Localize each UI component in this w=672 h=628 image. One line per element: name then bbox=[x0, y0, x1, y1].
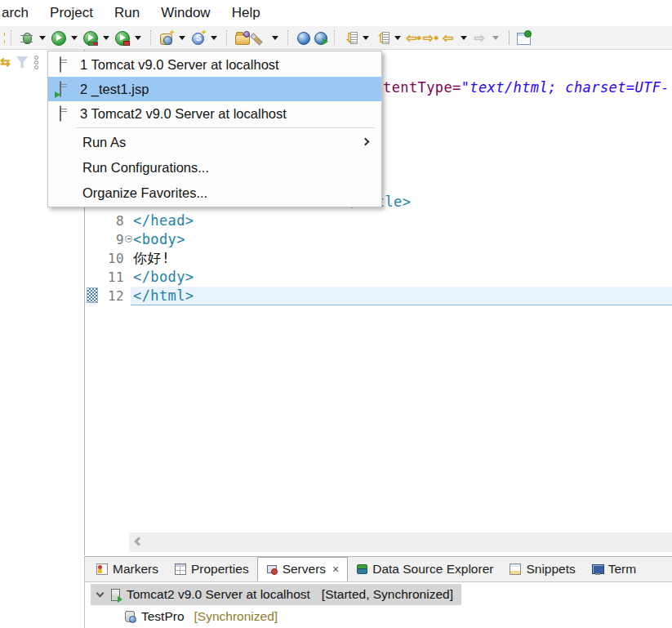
toolbar-separator bbox=[334, 30, 338, 45]
server-icon bbox=[60, 56, 61, 73]
menu-run[interactable]: Run bbox=[104, 2, 150, 24]
terminal-icon bbox=[592, 563, 603, 575]
menu-help[interactable]: Help bbox=[221, 2, 271, 24]
toolbar-separator bbox=[509, 30, 510, 45]
menu-item-run-configurations[interactable]: Run Configurations... bbox=[48, 155, 381, 180]
tab-terminal[interactable]: Term bbox=[584, 557, 644, 581]
coverage-icon[interactable] bbox=[82, 30, 98, 46]
code-line-8[interactable]: 8</head> bbox=[84, 212, 672, 230]
minimized-views-icon[interactable] bbox=[34, 56, 38, 69]
profile-icon[interactable] bbox=[114, 30, 130, 46]
menu-item-test1-jsp[interactable]: 2 _test1.jsp bbox=[48, 77, 381, 101]
toolbar-separator bbox=[226, 30, 230, 45]
next-annotation-dropdown-icon[interactable] bbox=[363, 36, 369, 40]
paintbrush-icon[interactable] bbox=[251, 30, 267, 46]
coverage-dropdown-icon[interactable] bbox=[103, 36, 109, 40]
run-external-icon[interactable] bbox=[313, 30, 328, 46]
back-icon[interactable]: ⇦ bbox=[440, 30, 456, 46]
code-line-10[interactable]: 10你好! bbox=[84, 249, 672, 268]
run-icon[interactable] bbox=[51, 30, 66, 46]
new-web-service-dropdown-icon[interactable] bbox=[179, 36, 185, 40]
toolbar-separator bbox=[287, 30, 291, 45]
toolbar-separator bbox=[150, 30, 154, 45]
next-annotation-icon[interactable]: ⇩ bbox=[342, 30, 358, 46]
run-history-menu: 1 Tomcat v9.0 Server at localhost 2 _tes… bbox=[47, 51, 382, 207]
code-line-11[interactable]: 11</body> bbox=[84, 268, 672, 287]
scroll-left-icon[interactable] bbox=[134, 537, 143, 546]
toolbar-separator bbox=[11, 30, 15, 45]
server-row[interactable]: Tomcat2 v9.0 Server at localhost [Starte… bbox=[91, 584, 461, 605]
new-web-service-icon[interactable]: ✦ bbox=[158, 30, 174, 46]
properties-icon bbox=[175, 563, 186, 575]
tab-markers[interactable]: Markers bbox=[88, 557, 167, 581]
tomcat-server-icon bbox=[111, 589, 120, 601]
tab-servers[interactable]: Servers × bbox=[257, 557, 349, 581]
last-edit-location-icon[interactable]: ⇦ bbox=[406, 30, 421, 46]
filter-icon[interactable] bbox=[16, 56, 29, 68]
run-dropdown-icon[interactable] bbox=[71, 36, 78, 40]
tab-snippets[interactable]: Snippets bbox=[501, 557, 583, 581]
tab-data-source-explorer[interactable]: Data Source Explorer bbox=[348, 557, 501, 581]
menu-item-run-as[interactable]: Run As bbox=[48, 130, 381, 155]
debug-dropdown-icon[interactable] bbox=[39, 36, 46, 40]
code-line-clipped[interactable]: tentType="text/html; charset=UTF- bbox=[383, 78, 670, 97]
submenu-arrow-icon bbox=[362, 138, 370, 146]
menu-project[interactable]: Project bbox=[39, 2, 104, 24]
code-line-12[interactable]: 12</html> bbox=[84, 287, 672, 305]
module-row[interactable]: TestPro [Synchronized] bbox=[125, 606, 278, 627]
web-browser-icon[interactable] bbox=[296, 30, 311, 46]
new-wizard-dropdown-icon[interactable] bbox=[211, 36, 217, 40]
back-dropdown-icon[interactable] bbox=[461, 36, 467, 40]
menu-item-tomcat-server[interactable]: 1 Tomcat v9.0 Server at localhost bbox=[48, 52, 381, 77]
view-toolbar: ⇆ bbox=[0, 52, 49, 72]
snippets-icon bbox=[510, 563, 521, 575]
menu-search[interactable]: arch bbox=[0, 2, 39, 24]
menu-item-tomcat2-server[interactable]: 3 Tomcat2 v9.0 Server at localhost bbox=[48, 101, 381, 126]
chevron-down-icon[interactable] bbox=[96, 590, 105, 598]
servers-icon bbox=[266, 563, 278, 575]
debug-icon[interactable] bbox=[19, 30, 34, 46]
bottom-tabbar: Markers Properties Servers × Data Source… bbox=[85, 557, 672, 582]
new-wizard-icon[interactable]: ✦ bbox=[190, 30, 206, 46]
servers-tree: Tomcat2 v9.0 Server at localhost [Starte… bbox=[85, 582, 672, 628]
previous-annotation-dropdown-icon[interactable] bbox=[394, 36, 401, 40]
menu-item-organize-favorites[interactable]: Organize Favorites... bbox=[48, 180, 381, 206]
link-with-editor-icon[interactable]: ⇆ bbox=[0, 55, 11, 69]
fold-collapse-icon[interactable] bbox=[125, 235, 132, 243]
clipped-icon bbox=[0, 30, 5, 46]
menubar: arch Project Run Window Help bbox=[0, 0, 672, 26]
markers-icon bbox=[96, 563, 108, 575]
forward-icon[interactable]: ⇨ bbox=[472, 30, 487, 46]
menu-separator bbox=[76, 127, 375, 128]
editor-horizontal-scrollbar[interactable] bbox=[129, 532, 672, 552]
eclipse-window: arch Project Run Window Help ✦ ✦ ⇩ ⇧ ⇦ bbox=[0, 0, 672, 628]
data-source-explorer-icon bbox=[356, 563, 367, 575]
menu-window[interactable]: Window bbox=[150, 2, 220, 24]
profile-dropdown-icon[interactable] bbox=[135, 36, 141, 40]
server-icon bbox=[60, 105, 61, 122]
pin-editor-icon[interactable] bbox=[516, 30, 532, 46]
forward-dropdown-icon[interactable] bbox=[492, 36, 499, 40]
bottom-panel: Markers Properties Servers × Data Source… bbox=[84, 556, 672, 628]
code-line-9[interactable]: 9<body> bbox=[84, 230, 672, 249]
previous-annotation-icon[interactable]: ⇧ bbox=[374, 30, 389, 46]
jsp-run-icon bbox=[60, 81, 61, 97]
main-toolbar: ✦ ✦ ⇩ ⇧ ⇦ ⇨ ⇦ ⇨ bbox=[0, 26, 672, 50]
close-icon[interactable]: × bbox=[332, 563, 339, 576]
web-module-icon bbox=[125, 611, 135, 622]
paintbrush-dropdown-icon[interactable] bbox=[272, 36, 278, 40]
tab-properties[interactable]: Properties bbox=[167, 557, 257, 581]
open-folder-icon[interactable] bbox=[234, 30, 250, 46]
next-edit-location-icon[interactable]: ⇨ bbox=[423, 30, 438, 46]
